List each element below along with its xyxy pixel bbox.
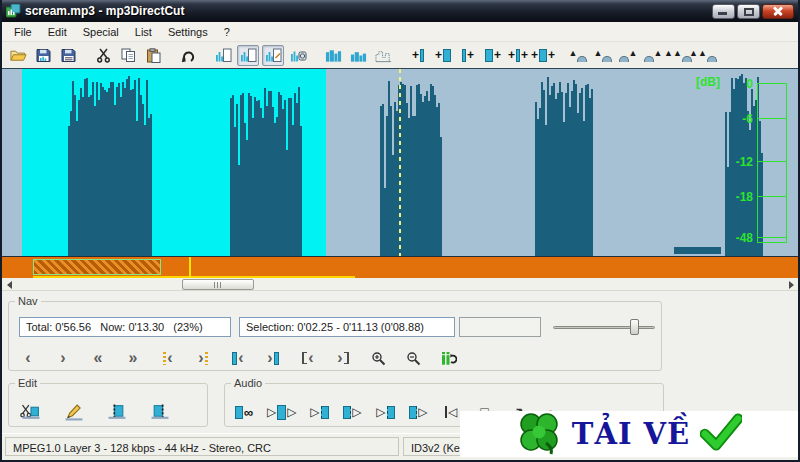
- title-bar: scream.mp3 - mp3DirectCut: [0, 0, 800, 22]
- minimize-button[interactable]: [712, 4, 735, 19]
- paste-button[interactable]: [142, 45, 164, 66]
- empty-info-field: [459, 317, 541, 337]
- cue-both-out-button[interactable]: ++: [532, 45, 554, 66]
- audio-group-label: Audio: [231, 377, 265, 389]
- cue-left-button[interactable]: +: [407, 45, 429, 66]
- cue-in-button[interactable]: +: [432, 45, 454, 66]
- jump-back-button[interactable]: «: [87, 347, 109, 369]
- clover-icon: [516, 409, 562, 459]
- horizontal-scrollbar[interactable]: [2, 278, 798, 291]
- goto-file-end-button[interactable]: ›: [332, 347, 354, 369]
- scrollbar-thumb[interactable]: [182, 279, 254, 290]
- scroll-right-arrow[interactable]: [784, 278, 798, 291]
- loop-button[interactable]: ∞: [233, 401, 255, 423]
- toolbar: ++++++++▲▲▲▲▲▲▲▲: [2, 42, 798, 68]
- waveform-low-bar: [674, 247, 721, 254]
- goto-selection-start-button[interactable]: ‹: [227, 347, 249, 369]
- play-from-selection-end-button[interactable]: ▷: [407, 401, 429, 423]
- app-window: scream.mp3 - mp3DirectCut FileEditSpecia…: [0, 0, 800, 462]
- window-title: scream.mp3 - mp3DirectCut: [25, 4, 184, 18]
- step-back-button[interactable]: ‹: [17, 347, 39, 369]
- step-forward-button[interactable]: ›: [52, 347, 74, 369]
- edit-group: Edit: [8, 377, 208, 427]
- cue-out-button[interactable]: +: [457, 45, 479, 66]
- menu-file[interactable]: File: [6, 23, 40, 41]
- zoom-in-button[interactable]: [367, 347, 389, 369]
- play-cursor: [399, 69, 401, 256]
- cut-selection-button[interactable]: [19, 401, 43, 423]
- display-half-button[interactable]: [347, 45, 369, 66]
- nav-group-label: Nav: [15, 295, 41, 307]
- format-status: MPEG1.0 Layer 3 - 128 kbps - 44 kHz - St…: [5, 437, 399, 456]
- edit-group-label: Edit: [15, 377, 40, 389]
- menu-bar: FileEditSpecialListSettings?: [2, 22, 798, 42]
- gain-down-button[interactable]: ▲▲: [692, 45, 714, 66]
- waveform-burst: [380, 72, 442, 256]
- maximize-button[interactable]: [737, 4, 760, 19]
- goto-selection-end-button[interactable]: ›: [262, 347, 284, 369]
- menu-help[interactable]: ?: [216, 23, 238, 41]
- fade-out-button[interactable]: ▲: [617, 45, 639, 66]
- prev-cue-button[interactable]: ‹: [157, 347, 179, 369]
- app-icon: [6, 4, 21, 18]
- nav-group: Nav Total: 0'56.56 Now: 0'13.30 (23%) Se…: [8, 295, 662, 371]
- play-to-selection-start-button[interactable]: ▷: [308, 401, 330, 423]
- waveform-burst: [68, 72, 152, 256]
- db-scale-title: [dB]: [696, 75, 720, 89]
- cue-right-button[interactable]: +: [482, 45, 504, 66]
- play-from-selection-start-button[interactable]: ▷: [341, 401, 363, 423]
- goto-file-start-button[interactable]: ‹: [297, 347, 319, 369]
- menu-list[interactable]: List: [127, 23, 160, 41]
- open-button[interactable]: [7, 45, 29, 66]
- window-controls: [712, 4, 796, 19]
- page-view-a-button[interactable]: [237, 45, 259, 66]
- watermark-text: TẢI VỀ: [572, 420, 690, 449]
- slider-thumb[interactable]: [630, 319, 639, 335]
- fade-in-button[interactable]: ▲: [567, 45, 589, 66]
- slider-track: [553, 326, 655, 329]
- set-selection-start-button[interactable]: [105, 401, 129, 423]
- preview-cut-button[interactable]: ▷▷: [266, 401, 297, 423]
- copy-button[interactable]: [117, 45, 139, 66]
- display-outline-button[interactable]: [372, 45, 394, 66]
- crop-undo-button[interactable]: [437, 347, 459, 369]
- zoom-out-button[interactable]: [402, 347, 424, 369]
- undo-button[interactable]: [177, 45, 199, 66]
- menu-settings[interactable]: Settings: [160, 23, 216, 41]
- time-info-field: Total: 0'56.56 Now: 0'13.30 (23%): [19, 317, 231, 337]
- menu-edit[interactable]: Edit: [40, 23, 75, 41]
- cut-button[interactable]: [92, 45, 114, 66]
- set-selection-end-button[interactable]: [148, 401, 172, 423]
- waveform-burst: [725, 72, 763, 256]
- next-cue-button[interactable]: ›: [192, 347, 214, 369]
- position-bar[interactable]: [2, 256, 798, 278]
- waveform-display[interactable]: [dB]0-6-12-18-48: [2, 68, 798, 256]
- edit-pen-button[interactable]: [62, 401, 86, 423]
- gain-up-start-button[interactable]: ▲: [592, 45, 614, 66]
- selection-info-field: Selection: 0'02.25 - 0'11.13 (0'08.88): [239, 317, 455, 337]
- speed-slider[interactable]: [551, 317, 657, 337]
- gain-up-button[interactable]: ▲▲: [667, 45, 689, 66]
- track-selection-region[interactable]: [33, 259, 161, 275]
- close-button[interactable]: [762, 4, 794, 19]
- play-to-selection-end-button[interactable]: ▷: [374, 401, 396, 423]
- save-button[interactable]: [32, 45, 54, 66]
- snapshot-button[interactable]: [287, 45, 309, 66]
- menu-special[interactable]: Special: [75, 23, 127, 41]
- track-position-cursor: [189, 257, 191, 278]
- gain-up-end-button[interactable]: ▲: [642, 45, 664, 66]
- watermark: TẢI VỀ: [460, 411, 798, 457]
- page-view-b-button[interactable]: [262, 45, 284, 66]
- waveform-burst: [535, 72, 593, 256]
- cue-both-in-button[interactable]: ++: [507, 45, 529, 66]
- jump-forward-button[interactable]: »: [122, 347, 144, 369]
- check-icon: [700, 413, 742, 455]
- save-selection-button[interactable]: [212, 45, 234, 66]
- display-level-button[interactable]: [322, 45, 344, 66]
- save-list-button[interactable]: [57, 45, 79, 66]
- waveform-burst: [230, 72, 302, 256]
- scroll-left-arrow[interactable]: [2, 278, 16, 291]
